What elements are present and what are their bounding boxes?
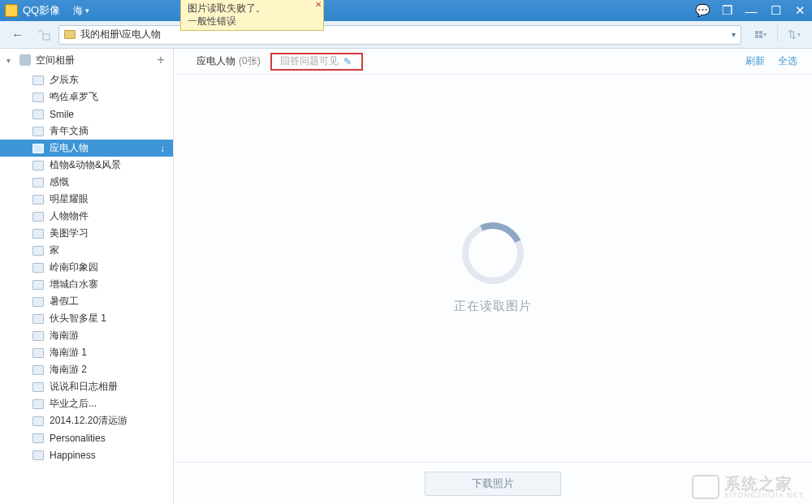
- spinner-icon: [453, 213, 532, 292]
- album-icon: [32, 433, 44, 443]
- path-dropdown-icon[interactable]: ▾: [732, 30, 736, 39]
- album-icon: [32, 178, 44, 187]
- select-all-link[interactable]: 全选: [778, 54, 797, 68]
- sidebar-item[interactable]: 青年文摘: [0, 123, 173, 140]
- sidebar-item-label: Happiness: [50, 450, 96, 461]
- app-logo-icon: [5, 4, 18, 17]
- sidebar-item-label: 美图学习: [50, 226, 89, 240]
- sidebar-item-label: 应电人物: [50, 141, 89, 155]
- album-icon: [32, 382, 44, 392]
- loading-text: 正在读取图片: [454, 299, 532, 314]
- album-icon: [32, 348, 44, 358]
- album-icon: [32, 331, 44, 341]
- sidebar-item-label: 感慨: [50, 175, 69, 189]
- album-icon: [32, 212, 44, 222]
- window-controls: 💬 ❐ — ☐ ✕: [695, 3, 807, 18]
- refresh-link[interactable]: 刷新: [745, 54, 765, 68]
- sidebar-item[interactable]: 美图学习: [0, 225, 173, 242]
- sidebar-item-label: 家: [50, 243, 59, 257]
- sidebar-item[interactable]: 家: [0, 242, 173, 259]
- sidebar-item-label: 海南游: [50, 329, 79, 342]
- sidebar-item[interactable]: 海南游 2: [0, 361, 173, 378]
- album-icon: [32, 161, 44, 170]
- sidebar-item[interactable]: 人物物件: [0, 208, 173, 225]
- sidebar-item-label: 植物&动物&风景: [50, 158, 121, 172]
- download-button[interactable]: 下载照片: [425, 472, 561, 496]
- sidebar-item-label: Smile: [50, 109, 74, 120]
- sidebar-item-label: 人物物件: [50, 209, 89, 223]
- folder-icon: [64, 30, 76, 39]
- sidebar-item[interactable]: 增城白水寨: [0, 276, 173, 293]
- duplicate-window-icon[interactable]: ❐: [719, 3, 734, 18]
- sidebar-item[interactable]: 2014.12.20清远游: [0, 412, 173, 429]
- album-icon: [32, 263, 44, 273]
- album-icon: [32, 93, 44, 102]
- sidebar-item[interactable]: Smile: [0, 106, 173, 123]
- album-icon: [32, 127, 44, 136]
- sidebar-item[interactable]: 海南游 1: [0, 344, 173, 361]
- navbar: ← 我的相册\应电人物 ▾ ▾ ⇅ ▾: [0, 21, 812, 49]
- album-icon: [32, 195, 44, 205]
- sidebar-item-label: 青年文摘: [50, 124, 89, 138]
- album-count: (0张): [239, 54, 261, 68]
- tooltip-close-icon[interactable]: ✕: [315, 0, 322, 11]
- titlebar: QQ影像 海 ▾ 💬 ❐ — ☐ ✕ 图片读取失败了。 一般性错误 ✕: [0, 0, 812, 21]
- caret-down-icon: ▾: [85, 6, 89, 15]
- sidebar-item[interactable]: Happiness: [0, 446, 173, 463]
- album-title: 应电人物: [197, 54, 235, 68]
- sidebar-item[interactable]: 毕业之后...: [0, 395, 173, 412]
- album-icon: [32, 416, 44, 426]
- album-icon: [32, 280, 44, 290]
- collapse-icon[interactable]: ▾: [6, 56, 15, 65]
- sidebar-item-label: 夕辰东: [50, 73, 79, 87]
- sidebar-item-label: Personalities: [50, 433, 106, 444]
- back-button[interactable]: ←: [6, 25, 29, 45]
- sidebar: ▾ 空间相册 + 夕辰东鸣佐卓罗飞Smile青年文摘应电人物植物&动物&风景感慨…: [0, 49, 174, 504]
- sidebar-item[interactable]: 植物&动物&风景: [0, 157, 173, 174]
- sidebar-item[interactable]: 鸣佐卓罗飞: [0, 88, 173, 106]
- album-icon: [32, 75, 44, 85]
- sidebar-item[interactable]: Personalities: [0, 429, 173, 446]
- main-panel: 应电人物 (0张) 回答问题可见 ✎ 刷新 全选 正在读取图片 下载照片: [174, 49, 812, 504]
- view-grid-button[interactable]: ▾: [749, 25, 772, 45]
- tooltip-line2: 一般性错误: [188, 15, 236, 27]
- sidebar-item-label: 海南游 1: [50, 346, 87, 360]
- sidebar-item[interactable]: 感慨: [0, 174, 173, 191]
- close-button[interactable]: ✕: [793, 3, 807, 18]
- album-icon: [32, 450, 44, 460]
- path-input[interactable]: 我的相册\应电人物 ▾: [58, 25, 741, 45]
- sidebar-item[interactable]: 暑假工: [0, 293, 173, 310]
- sidebar-item-label: 说说和日志相册: [50, 380, 118, 394]
- visibility-box: 回答问题可见 ✎: [270, 53, 363, 71]
- album-icon: [32, 229, 44, 239]
- tree-root[interactable]: ▾ 空间相册 +: [0, 49, 173, 71]
- album-icon: [32, 246, 44, 256]
- user-dropdown[interactable]: 海 ▾: [73, 4, 89, 18]
- album-icon: [32, 144, 44, 153]
- sidebar-item[interactable]: 夕辰东: [0, 71, 173, 88]
- loading-area: 正在读取图片: [174, 75, 812, 462]
- root-label: 空间相册: [36, 54, 75, 67]
- sidebar-item[interactable]: 伙头智多星 1: [0, 310, 173, 327]
- tooltip-line1: 图片读取失败了。: [188, 2, 266, 14]
- sidebar-item-label: 伙头智多星 1: [50, 312, 106, 325]
- sidebar-item-label: 岭南印象园: [50, 261, 98, 274]
- album-icon: [32, 110, 44, 119]
- sidebar-item[interactable]: 岭南印象园: [0, 259, 173, 276]
- up-button[interactable]: [32, 25, 55, 45]
- sidebar-item[interactable]: 海南游: [0, 327, 173, 344]
- sidebar-item[interactable]: 应电人物: [0, 140, 173, 157]
- sidebar-item[interactable]: 明星耀眼: [0, 191, 173, 208]
- sort-button[interactable]: ⇅ ▾: [783, 25, 806, 45]
- sidebar-item[interactable]: 说说和日志相册: [0, 378, 173, 395]
- main-header: 应电人物 (0张) 回答问题可见 ✎ 刷新 全选: [174, 49, 812, 75]
- feedback-icon[interactable]: 💬: [695, 3, 710, 18]
- album-icon: [32, 297, 44, 307]
- maximize-button[interactable]: ☐: [768, 3, 783, 18]
- minimize-button[interactable]: —: [744, 4, 758, 18]
- edit-visibility-icon[interactable]: ✎: [343, 56, 352, 67]
- visibility-text: 回答问题可见: [280, 54, 339, 68]
- album-icon: [32, 314, 44, 324]
- sidebar-item-label: 2014.12.20清远游: [50, 414, 127, 428]
- add-album-button[interactable]: +: [155, 53, 166, 67]
